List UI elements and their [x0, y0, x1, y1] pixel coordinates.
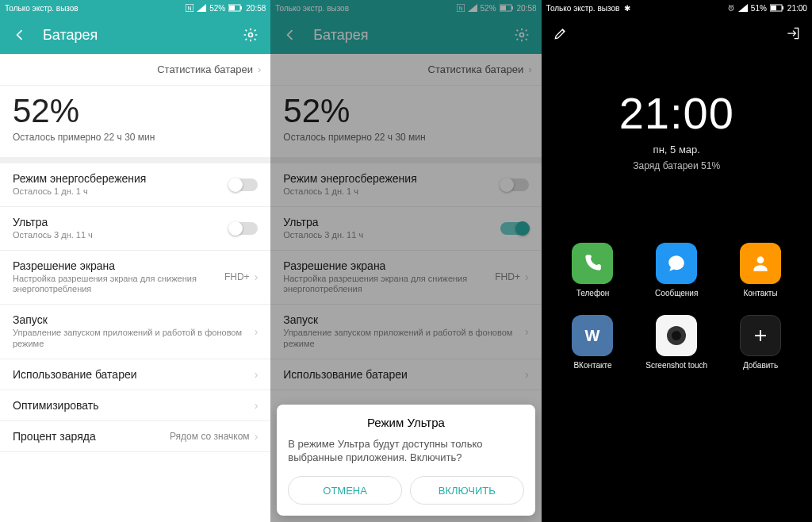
app-phone[interactable]: Телефон	[551, 243, 635, 297]
battery-estimate: Осталось примерно 22 ч 30 мин	[13, 132, 258, 143]
page-title: Батарея	[313, 27, 512, 44]
screen-battery-settings: Только экстр. вызов N 52% 20:58 Батарея …	[0, 0, 270, 522]
row-resolution[interactable]: Разрешение экрана Настройка разрешения э…	[0, 251, 270, 305]
row-sub: Управление запуском приложений и работой…	[13, 328, 255, 350]
power-saving-toggle[interactable]	[500, 178, 529, 191]
cancel-button[interactable]: ОТМЕНА	[288, 476, 402, 505]
clock-time: 21:00	[542, 87, 812, 139]
stats-label: Статистика батареи	[157, 63, 253, 75]
messages-icon	[656, 243, 697, 284]
stats-label: Статистика батареи	[428, 63, 524, 75]
app-add[interactable]: Добавить	[718, 315, 802, 370]
status-battery-pct: 52%	[481, 4, 496, 13]
chevron-right-icon: ›	[258, 63, 261, 75]
row-ultra[interactable]: Ультра Осталось 3 дн. 11 ч	[270, 207, 541, 251]
row-launch[interactable]: Запуск Управление запуском приложений и …	[0, 305, 270, 359]
edit-icon[interactable]	[553, 25, 569, 41]
row-title: Режим энергосбережения	[13, 172, 229, 185]
chevron-right-icon: ›	[525, 271, 529, 283]
app-label: ВКонтакте	[573, 361, 611, 370]
row-title: Запуск	[283, 313, 525, 326]
exit-icon[interactable]	[785, 25, 801, 41]
power-saving-toggle[interactable]	[229, 178, 258, 191]
row-title: Оптимизировать	[13, 399, 255, 412]
svg-marker-15	[738, 4, 748, 12]
row-title: Ультра	[283, 216, 500, 228]
status-right: N 52% 20:58	[457, 4, 537, 13]
row-sub: Осталось 3 дн. 11 ч	[13, 230, 229, 241]
battery-percent-block: 52% Осталось примерно 22 ч 30 мин	[270, 86, 541, 163]
status-carrier: Только экстр. вызов ✱	[546, 4, 630, 13]
status-time: 20:58	[246, 4, 266, 13]
back-icon[interactable]	[282, 26, 299, 44]
row-power-saving[interactable]: Режим энергосбережения Осталось 1 дн. 1 …	[270, 163, 541, 207]
resolution-value: FHD+	[224, 271, 250, 282]
svg-rect-18	[782, 6, 783, 10]
row-title: Разрешение экрана	[283, 259, 495, 272]
screen-battery-dialog: Только экстр. вызов N 52% 20:58 Батарея …	[270, 0, 541, 522]
gear-icon[interactable]	[513, 26, 530, 44]
ultra-toggle[interactable]	[229, 222, 258, 235]
battery-stats-link[interactable]: Статистика батареи ›	[270, 54, 541, 86]
row-title: Ультра	[13, 216, 229, 228]
row-usage[interactable]: Использование батареи ›	[0, 359, 270, 390]
back-icon[interactable]	[11, 26, 29, 44]
status-bar: Только экстр. вызов ✱ 51% 21:00	[542, 0, 812, 16]
row-title: Использование батареи	[283, 368, 525, 381]
app-messages[interactable]: Сообщения	[634, 243, 718, 297]
svg-marker-9	[468, 4, 477, 12]
page-header: Батарея	[270, 16, 541, 54]
signal-icon	[468, 4, 477, 12]
clock-widget: 21:00 пн, 5 мар. Заряд батареи 51%	[542, 87, 812, 171]
signal-icon	[738, 4, 748, 12]
plus-icon	[740, 315, 781, 356]
gear-icon[interactable]	[242, 26, 259, 44]
status-right: N 52% 20:58	[186, 4, 266, 13]
row-ultra[interactable]: Ультра Осталось 3 дн. 11 ч	[0, 207, 270, 251]
svg-point-23	[672, 331, 681, 340]
screen-ultra-home: Только экстр. вызов ✱ 51% 21:00 21:00 пн…	[542, 0, 812, 522]
dialog-title: Режим Ультра	[288, 416, 523, 429]
row-usage[interactable]: Использование батареи ›	[270, 359, 541, 390]
battery-stats-link[interactable]: Статистика батареи ›	[0, 54, 270, 86]
screenshot-icon	[656, 315, 697, 356]
svg-rect-11	[500, 6, 506, 10]
app-screenshot-touch[interactable]: Screenshot touch	[634, 315, 718, 370]
row-title: Запуск	[13, 313, 255, 326]
status-carrier: Только экстр. вызов	[275, 4, 349, 13]
row-sub: Управление запуском приложений и работой…	[283, 328, 525, 350]
alarm-icon	[727, 4, 735, 12]
svg-rect-17	[771, 6, 776, 10]
svg-rect-12	[511, 6, 513, 10]
svg-point-6	[249, 33, 253, 37]
chevron-right-icon: ›	[255, 368, 259, 381]
status-bar: Только экстр. вызов N 52% 20:58	[270, 0, 541, 16]
row-title: Использование батареи	[13, 368, 255, 381]
page-header: Батарея	[0, 16, 270, 54]
battery-percent-block: 52% Осталось примерно 22 ч 30 мин	[0, 86, 270, 163]
row-title: Разрешение экрана	[13, 259, 224, 272]
row-launch[interactable]: Запуск Управление запуском приложений и …	[270, 305, 541, 359]
app-contacts[interactable]: Контакты	[718, 243, 802, 297]
enable-button[interactable]: ВКЛЮЧИТЬ	[410, 476, 524, 505]
chevron-right-icon: ›	[528, 63, 531, 75]
status-battery-pct: 52%	[209, 4, 225, 13]
row-sub: Настройка разрешения экрана для снижения…	[283, 274, 495, 296]
row-sub: Осталось 1 дн. 1 ч	[283, 186, 500, 198]
row-sub: Осталось 3 дн. 11 ч	[283, 230, 500, 241]
ultra-icon: ✱	[624, 4, 630, 13]
row-title: Режим энергосбережения	[283, 172, 500, 185]
row-power-saving[interactable]: Режим энергосбережения Осталось 1 дн. 1 …	[0, 163, 270, 207]
ultra-toggle[interactable]	[500, 222, 529, 235]
app-label: Телефон	[576, 289, 609, 297]
status-time: 20:58	[517, 4, 537, 13]
row-optimize[interactable]: Оптимизировать ›	[0, 390, 270, 421]
app-vkontakte[interactable]: W ВКонтакте	[551, 315, 635, 370]
row-percent-position[interactable]: Процент заряда Рядом со значком ›	[0, 421, 270, 452]
status-time: 21:00	[787, 4, 807, 13]
svg-rect-4	[229, 6, 235, 10]
app-label: Screenshot touch	[645, 361, 707, 370]
row-resolution[interactable]: Разрешение экрана Настройка разрешения э…	[270, 251, 541, 305]
row-sub: Настройка разрешения экрана для снижения…	[13, 274, 224, 296]
nfc-icon: N	[457, 4, 465, 12]
